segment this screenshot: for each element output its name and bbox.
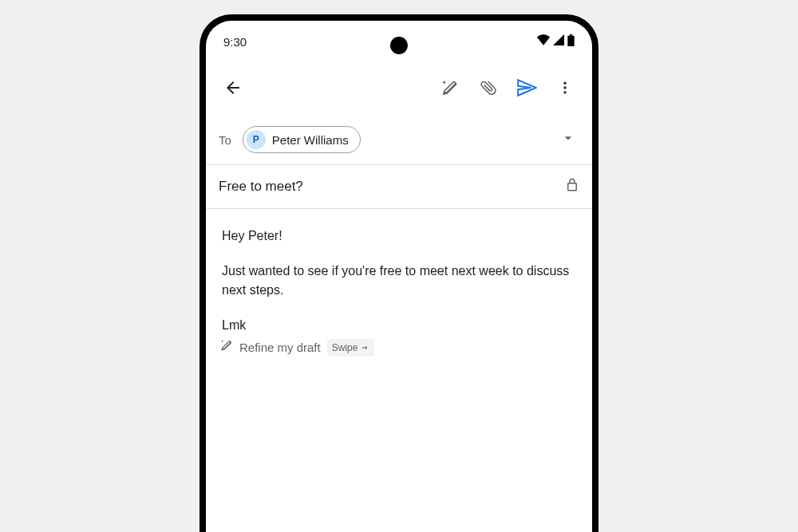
more-button[interactable] <box>554 77 576 99</box>
svg-point-4 <box>563 91 566 93</box>
body-paragraph: Just wanted to see if you're free to mee… <box>222 262 576 300</box>
recipient-name: Peter Williams <box>272 133 349 147</box>
refine-draft-row[interactable]: Refine my draft Swipe <box>220 338 576 357</box>
swipe-label: Swipe <box>332 341 358 355</box>
magic-pencil-small-icon <box>220 338 233 357</box>
status-icons <box>537 34 575 49</box>
swipe-badge: Swipe <box>327 339 375 357</box>
svg-point-2 <box>563 82 566 85</box>
chevron-down-icon <box>560 130 576 146</box>
magic-write-button[interactable] <box>439 77 461 99</box>
attachment-icon <box>479 78 498 97</box>
refine-draft-label: Refine my draft <box>239 339 321 357</box>
svg-rect-0 <box>570 34 572 36</box>
arrow-back-icon <box>223 78 243 97</box>
cellular-icon <box>553 34 564 49</box>
expand-recipients-button[interactable] <box>557 127 579 152</box>
svg-point-3 <box>563 86 566 89</box>
subject-row[interactable]: Free to meet? <box>206 165 592 209</box>
status-time: 9:30 <box>223 35 247 49</box>
battery-icon <box>567 34 575 49</box>
subject-input[interactable]: Free to meet? <box>219 179 565 195</box>
toolbar <box>206 57 592 118</box>
send-button[interactable] <box>516 77 538 99</box>
recipient-chip[interactable]: P Peter Williams <box>243 126 361 153</box>
send-icon <box>516 77 537 98</box>
to-field-row: To P Peter Williams <box>206 118 592 165</box>
to-label: To <box>219 133 231 147</box>
attach-button[interactable] <box>477 77 500 99</box>
phone-frame: 9:30 <box>200 14 598 532</box>
back-button[interactable] <box>217 72 249 104</box>
wifi-icon <box>537 34 550 49</box>
recipient-avatar: P <box>247 130 266 149</box>
magic-pencil-icon <box>441 79 459 97</box>
body-closing: Lmk <box>222 316 576 335</box>
more-vert-icon <box>557 80 573 96</box>
arrow-right-icon <box>360 344 369 352</box>
svg-rect-1 <box>567 35 574 45</box>
status-bar: 9:30 <box>206 21 592 57</box>
email-body[interactable]: Hey Peter! Just wanted to see if you're … <box>206 209 592 375</box>
lock-icon <box>565 178 579 195</box>
body-greeting: Hey Peter! <box>222 227 576 246</box>
